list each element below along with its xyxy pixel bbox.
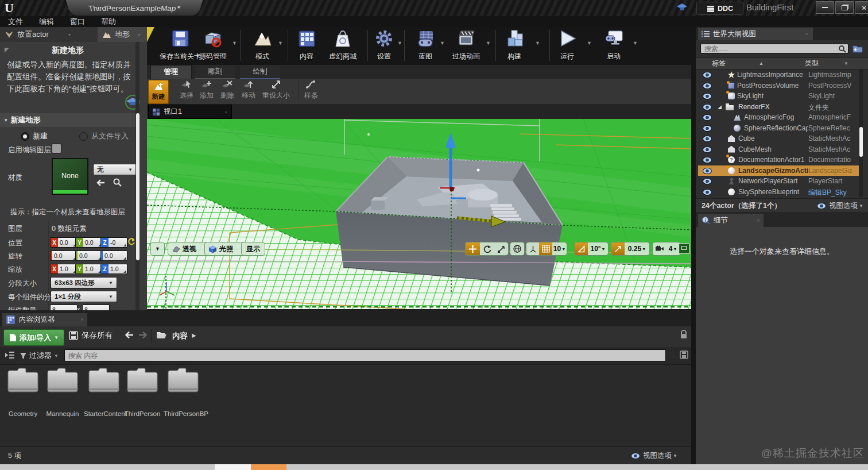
details-tab[interactable]: i 细节 ×: [698, 214, 764, 227]
outliner-row[interactable]: PostProcessVolume PostProcessV: [698, 80, 859, 91]
close-icon[interactable]: ×: [80, 317, 84, 323]
folder-thirdperson[interactable]: ThirdPerson: [124, 368, 161, 417]
view-options-button[interactable]: 视图选项: [829, 201, 858, 211]
create-folder-icon[interactable]: [852, 44, 863, 55]
expanded-arrow-icon[interactable]: ◢: [718, 104, 722, 110]
tool-add-button[interactable]: 添加: [196, 80, 217, 101]
scale-z-field[interactable]: Z1.0: [100, 264, 127, 274]
visibility-eye-icon[interactable]: [703, 178, 712, 184]
tab-sculpt[interactable]: 雕刻: [195, 65, 235, 79]
save-all-button[interactable]: 保存所有: [69, 330, 113, 341]
level-tab[interactable]: ThirdPersonExampleMap*: [65, 0, 203, 16]
viewport-tab[interactable]: 视口1 ▪: [148, 105, 232, 119]
tab-option-icon[interactable]: ▪: [225, 109, 227, 115]
scale-snap-toggle[interactable]: [611, 242, 625, 255]
location-y-field[interactable]: Y0.0: [75, 237, 102, 248]
show-flags-button[interactable]: 显示: [241, 242, 265, 256]
edit-blueprint-link[interactable]: 编辑BP_Sky: [808, 188, 858, 198]
back-button[interactable]: [124, 330, 134, 341]
visibility-eye-icon[interactable]: [703, 147, 712, 153]
visibility-eye-icon[interactable]: [703, 93, 712, 99]
folder-geometry[interactable]: Geometry: [5, 368, 41, 417]
chevron-down-icon[interactable]: ▼: [486, 40, 491, 46]
lock-icon[interactable]: [680, 330, 688, 341]
move-tool-button[interactable]: [466, 242, 480, 255]
visibility-eye-icon[interactable]: [703, 104, 712, 110]
add-import-button[interactable]: 添加/导入 ▼: [3, 329, 64, 346]
grid-snap-toggle[interactable]: [539, 242, 552, 255]
tool-move-button[interactable]: 移动: [238, 80, 259, 101]
menu-help[interactable]: 帮助: [93, 17, 124, 27]
breadcrumb-content[interactable]: 内容: [172, 331, 188, 341]
use-selected-asset-icon[interactable]: [95, 179, 106, 188]
chevron-down-icon[interactable]: ▼: [633, 40, 638, 46]
splitter[interactable]: [691, 27, 696, 464]
toolbar-blueprints-button[interactable]: 蓝图: [410, 28, 441, 63]
chevron-down-icon[interactable]: ▼: [535, 40, 540, 46]
minimize-button[interactable]: [816, 1, 834, 14]
visibility-eye-icon[interactable]: [703, 157, 712, 163]
angle-snap-toggle[interactable]: [575, 242, 588, 255]
toolbar-settings-button[interactable]: 设置: [370, 28, 398, 63]
scrollbar-thumb[interactable]: [136, 113, 140, 260]
outliner-row-folder[interactable]: ◢ RenderFX 文件夹: [698, 102, 859, 113]
tool-new-button[interactable]: 新建: [148, 80, 169, 104]
rotation-z-field[interactable]: 0.0: [100, 251, 127, 261]
perspective-button[interactable]: 透视: [168, 242, 209, 256]
menu-window[interactable]: 窗口: [62, 17, 93, 27]
outliner-row[interactable]: LightmassImportance LightmassImp: [698, 70, 859, 80]
sources-panel-icon[interactable]: [5, 350, 15, 361]
lit-mode-button[interactable]: 光照: [204, 242, 246, 256]
scale-snap-value[interactable]: 0.25▼: [625, 242, 649, 255]
visibility-eye-icon[interactable]: [703, 114, 712, 121]
visibility-eye-icon[interactable]: [703, 83, 712, 89]
outliner-row[interactable]: CubeMesh StaticMeshAc: [698, 144, 859, 155]
left-panel-scrollbar[interactable]: [135, 42, 140, 310]
toolbar-marketplace-button[interactable]: 虚幻商城: [321, 28, 364, 63]
enable-edit-layers-checkbox[interactable]: [52, 144, 61, 153]
world-local-toggle[interactable]: [510, 242, 525, 256]
forward-button[interactable]: [138, 330, 148, 341]
outliner-scrollbar[interactable]: [859, 70, 863, 197]
scale-x-field[interactable]: X1.0: [50, 264, 77, 274]
filter-icon[interactable]: ▼: [844, 61, 848, 66]
toolbar-cinematics-button[interactable]: 过场动画: [445, 28, 487, 63]
components-y-field[interactable]: 8: [82, 305, 110, 310]
folder-mannequin[interactable]: Mannequin: [44, 368, 81, 417]
radio-create-new[interactable]: 新建: [21, 131, 48, 141]
outliner-row[interactable]: SkySphereBlueprint 编辑BP_Sky: [698, 187, 859, 198]
content-browser-tab[interactable]: 内容浏览器 ×: [2, 313, 87, 326]
chevron-down-icon[interactable]: ▼: [278, 40, 283, 46]
toolbar-content-button[interactable]: 内容: [292, 28, 321, 63]
maximize-viewport-button[interactable]: [679, 243, 689, 254]
radio-import-file[interactable]: 从文件导入: [79, 131, 129, 141]
cb-view-options-button[interactable]: 视图选项: [643, 451, 672, 461]
material-thumbnail[interactable]: None: [52, 158, 88, 195]
rotation-y-field[interactable]: 0.0: [75, 251, 102, 261]
rotate-tool-button[interactable]: [480, 242, 494, 255]
outliner-row[interactable]: ? DocumentationActor1 Documentatio: [698, 155, 859, 165]
ddc-button[interactable]: DDC: [696, 2, 743, 15]
restore-button[interactable]: [835, 1, 854, 14]
close-icon[interactable]: ×: [805, 31, 808, 37]
outliner-search-input[interactable]: [700, 44, 848, 53]
reset-to-default-icon[interactable]: [127, 238, 135, 248]
tool-resize-button[interactable]: 重设大小: [259, 80, 293, 101]
chevron-down-icon[interactable]: ▼: [397, 40, 402, 46]
camera-speed-value[interactable]: 4▼: [666, 242, 679, 255]
tool-select-button[interactable]: 选择: [176, 80, 197, 101]
viewport-3d[interactable]: ▼ 透视 光照 显示: [147, 119, 691, 309]
visibility-eye-icon[interactable]: [703, 136, 712, 142]
viewport-options-button[interactable]: ▼: [150, 242, 165, 256]
location-x-field[interactable]: X0.0: [50, 237, 77, 248]
toolbar-build-button[interactable]: 构建: [499, 28, 529, 63]
sort-ascending-icon[interactable]: ▲: [759, 61, 764, 66]
search-icon[interactable]: [668, 351, 677, 360]
section-size-dropdown[interactable]: 63x63 四边形▼: [51, 277, 117, 288]
outliner-row[interactable]: SphereReflectionCapt SphereReflec: [698, 123, 859, 134]
location-z-field[interactable]: Z-0: [100, 237, 127, 248]
close-button[interactable]: ×: [855, 1, 868, 14]
menu-file[interactable]: 文件: [0, 17, 31, 27]
tutorial-cap-icon[interactable]: [676, 3, 688, 12]
section-header-new-landscape[interactable]: ▾ 新建地形: [0, 113, 135, 127]
